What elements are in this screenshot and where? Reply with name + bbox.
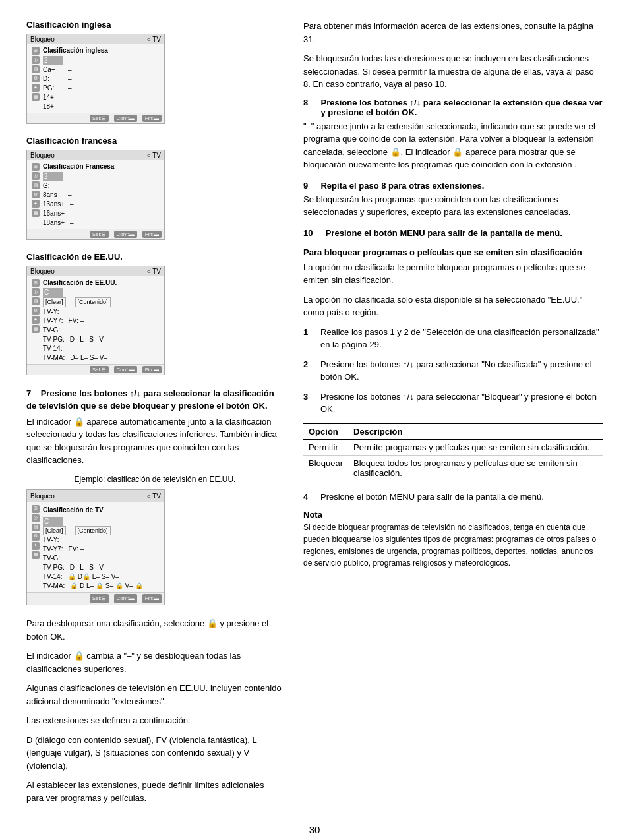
section-french: Clasificación francesa Bloqueo ○ TV ⊞ ◎ … (26, 136, 284, 240)
tv-icon-f2: ◎ (32, 172, 40, 180)
tv-icon-u6: ▦ (32, 325, 40, 333)
tv-box-us-header-right: ○ TV (147, 268, 161, 275)
tv-box-french-header-left: Bloqueo (30, 152, 55, 159)
tv-row-f2: 8ans+– (43, 191, 160, 200)
step8-body: "–" aparece junto a la extensión selecci… (303, 120, 603, 171)
tv-icon-e1: ⊞ (32, 505, 40, 513)
unclassified-step4-num: 4 (303, 491, 315, 504)
tv-box-us-header: Bloqueo ○ TV (27, 266, 164, 276)
tv-icon-e6: ▦ (32, 551, 40, 559)
tv-icon-f1: ⊞ (32, 163, 40, 171)
tv-icon-u4: ⚙ (32, 307, 40, 315)
description-bloquear: Bloquea todos los programas y películas … (348, 455, 603, 481)
tv-box-french-body: ⊞ ◎ ▤ ⚙ ✦ ▦ Clasificación Francesa 2 G: … (27, 160, 164, 229)
tv-row-e0: C (43, 517, 160, 526)
tv-icon-6: ▦ (32, 93, 40, 101)
step9-heading: 9 Repita el paso 8 para otras extensione… (303, 181, 603, 191)
tv-box-us-header-left: Bloqueo (30, 268, 55, 275)
tv-row-u7: TV-MA:D– L– S– V– (43, 353, 160, 363)
tv-box-example-header-right: ○ TV (147, 491, 161, 501)
right-intro-1: Para obtener más información acerca de l… (303, 20, 603, 45)
tv-icons-example: ⊞ ◎ ▤ ⚙ ✦ ▦ (31, 505, 40, 591)
unlock-text-1: Para desbloquear una clasificación, sele… (26, 617, 284, 643)
tv-box-example-body: ⊞ ◎ ▤ ⚙ ✦ ▦ Clasificación de TV C [Clear… (27, 502, 164, 593)
nota-body: Si decide bloquear programas de televisi… (303, 522, 603, 569)
tv-row-u5: TV-PG:D– L– S– V– (43, 335, 160, 344)
unclassified-step4: 4 Presione el botón MENU para salir de l… (303, 491, 603, 504)
section-title-english: Clasificación inglesa (26, 20, 284, 30)
tv-box-english-body: ⊞ ◎ ▤ ⚙ ✦ ▦ Clasificación inglesa 2 Ca+–… (27, 44, 164, 113)
tv-row-e3: TV-Y7:FV: – (43, 545, 160, 554)
tv-row-e2: TV-Y: (43, 535, 160, 545)
col-header-option: Opción (303, 423, 348, 440)
tv-row-u1: [Clear] [Contenido] (43, 297, 160, 307)
page: Clasificación inglesa Bloqueo ○ TV ⊞ ◎ ▤… (0, 0, 629, 840)
tv-box-english-footer: Sel:⊞ Conf:▬ Fin:▬ (27, 113, 164, 123)
tv-icon-u5: ✦ (32, 316, 40, 324)
section-english: Clasificación inglesa Bloqueo ○ TV ⊞ ◎ ▤… (26, 20, 284, 124)
tv-box-french-header-right: ○ TV (147, 152, 161, 159)
tv-box-example: Bloqueo ○ TV ⊞ ◎ ▤ ⚙ ✦ ▦ Clas (26, 489, 165, 606)
step9-heading-text: Repita el paso 8 para otras extensiones. (320, 181, 484, 191)
page-number: 30 (26, 824, 603, 835)
tv-footer-conf: Conf:▬ (114, 115, 137, 122)
unclassified-step1-num: 1 (303, 326, 315, 351)
tv-box-example-footer: Sel:⊞ Conf:▬ Fin:▬ (27, 592, 164, 605)
unclassified-step1: 1 Realice los pasos 1 y 2 de "Selección … (303, 326, 603, 351)
step9-body: Se bloquearán los programas que coincide… (303, 193, 603, 219)
step8-block: 8 Presione los botones ↑/↓ para seleccio… (303, 98, 603, 171)
option-permitir: Permitir (303, 439, 348, 455)
tv-row-u0: C (43, 288, 160, 297)
unclassified-heading: Para bloquear programas o películas que … (303, 247, 603, 257)
tv-icon-5: ✦ (32, 84, 40, 92)
tv-box-english: Bloqueo ○ TV ⊞ ◎ ▤ ⚙ ✦ ▦ Clas (26, 34, 165, 124)
tv-row-f4: 16ans+– (43, 209, 160, 218)
unlock-text-4: Las extensiones se definen a continuació… (26, 714, 284, 727)
table-row-bloquear: Bloquear Bloquea todos los programas y p… (303, 455, 603, 481)
tv-footer-fin: Fin:▬ (142, 115, 162, 122)
tv-icon-e4: ⚙ (32, 533, 40, 541)
tv-footer-u-sel: Sel:⊞ (90, 366, 109, 373)
tv-icon-u3: ▤ (32, 297, 40, 305)
tv-box-french: Bloqueo ○ TV ⊞ ◎ ▤ ⚙ ✦ ▦ Clas (26, 150, 165, 240)
tv-icon-e3: ▤ (32, 524, 40, 531)
step7-body: El indicador 🔒 aparece automáticamente j… (26, 415, 284, 467)
tv-icon-f3: ▤ (32, 181, 40, 189)
tv-box-french-footer: Sel:⊞ Conf:▬ Fin:▬ (27, 229, 164, 239)
tv-icons-french: ⊞ ◎ ▤ ⚙ ✦ ▦ (31, 163, 40, 227)
tv-footer-sel: Sel:⊞ (90, 115, 109, 122)
tv-row-e5: TV-PG:D– L– S– V– (43, 563, 160, 572)
tv-box-example-header: Bloqueo ○ TV (27, 490, 164, 502)
tv-row-e6: TV-14:🔒 D🔒 L– S– V– (43, 572, 160, 582)
section-title-french: Clasificación francesa (26, 136, 284, 146)
tv-box-us: Bloqueo ○ TV ⊞ ◎ ▤ ⚙ ✦ ▦ Clas (26, 266, 165, 375)
description-permitir: Permite programas y películas que se emi… (348, 439, 603, 455)
tv-content-english: Clasificación inglesa 2 Ca+– D:– PG:– 14… (43, 47, 160, 111)
tv-row-e7: TV-MA:🔒 D L– 🔒 S– 🔒 V– 🔒 (43, 582, 160, 591)
tv-box-english-header-left: Bloqueo (30, 36, 55, 43)
step7-number: 7 (26, 388, 31, 398)
step7-block: 7 Presione los botones ↑/↓ para seleccio… (26, 387, 284, 606)
tv-row-f0: 2 (43, 172, 160, 181)
unclassified-step1-text: Realice los pasos 1 y 2 de "Selección de… (320, 326, 603, 351)
unclassified-step4-text: Presione el botón MENU para salir de la … (320, 491, 544, 504)
tv-content-title-english: Clasificación inglesa (43, 47, 160, 54)
tv-footer-u-fin: Fin:▬ (142, 366, 162, 373)
tv-row-0: 2 (43, 56, 160, 65)
tv-box-us-footer: Sel:⊞ Conf:▬ Fin:▬ (27, 364, 164, 375)
tv-icon-1: ⊞ (32, 47, 40, 55)
tv-footer-e-fin: Fin:▬ (142, 594, 162, 603)
tv-row-u2: TV-Y: (43, 307, 160, 316)
tv-icon-e5: ✦ (32, 542, 40, 550)
unclassified-step2-num: 2 (303, 358, 315, 384)
table-row-permitir: Permitir Permite programas y películas q… (303, 439, 603, 455)
step8-heading: 8 Presione los botones ↑/↓ para seleccio… (303, 98, 603, 117)
nota-title: Nota (303, 510, 603, 520)
tv-icon-f4: ⚙ (32, 191, 40, 198)
tv-box-english-header-right: ○ TV (147, 36, 161, 43)
tv-row-u6: TV-14: (43, 344, 160, 353)
unclassified-step2-text: Presione los botones ↑/↓ para selecciona… (320, 358, 603, 384)
step7-heading-text: Presione los botones ↑/↓ para selecciona… (26, 388, 274, 411)
tv-row-e1: [Clear] [Contenido] (43, 526, 160, 536)
unlock-text-6: Al establecer las extensiones, puede def… (26, 779, 284, 804)
